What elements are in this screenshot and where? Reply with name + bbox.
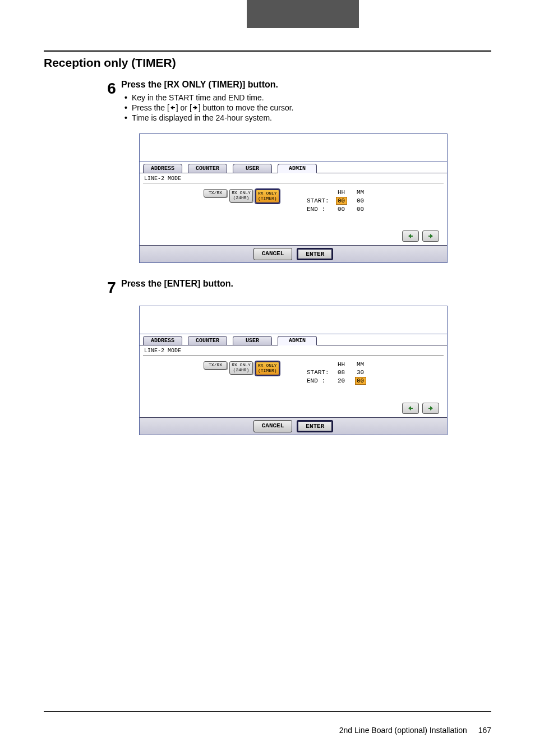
mode-button-0[interactable]: TX/RX bbox=[204, 189, 227, 197]
nav-arrows bbox=[140, 399, 447, 417]
arrow-right-icon bbox=[192, 103, 199, 112]
page-footer: 2nd Line Board (optional) Installation 1… bbox=[339, 726, 491, 735]
settings-panel: ADDRESSCOUNTERUSERADMINLINE-2 MODETX/RXR… bbox=[139, 133, 448, 263]
section-title: Reception only (TIMER) bbox=[44, 56, 491, 70]
page-number: 167 bbox=[478, 726, 491, 735]
cancel-button[interactable]: CANCEL bbox=[253, 248, 293, 260]
tab-counter[interactable]: COUNTER bbox=[188, 336, 227, 345]
rule-bottom bbox=[44, 711, 491, 712]
arrow-right-button[interactable] bbox=[422, 231, 439, 242]
bullet-list: Key in the START time and END time.Press… bbox=[124, 93, 491, 122]
page-content: Reception only (TIMER) 6Press the [RX ON… bbox=[0, 0, 535, 435]
mode-label: LINE-2 MODE bbox=[140, 173, 447, 182]
mode-button-0[interactable]: TX/RX bbox=[204, 361, 227, 370]
enter-button[interactable]: ENTER bbox=[297, 248, 333, 260]
rule-top bbox=[44, 50, 491, 52]
panel-footer: CANCELENTER bbox=[140, 245, 447, 262]
mode-button-1[interactable]: RX ONLY(24HR) bbox=[229, 189, 253, 202]
mode-label: LINE-2 MODE bbox=[140, 345, 447, 354]
arrow-left-icon bbox=[169, 103, 176, 112]
step-heading: Press the [ENTER] button. bbox=[121, 279, 491, 289]
mode-button-2[interactable]: RX ONLY(TIMER) bbox=[255, 361, 280, 376]
step-7: 7Press the [ENTER] button. bbox=[102, 279, 491, 296]
step-heading: Press the [RX ONLY (TIMER)] button. bbox=[121, 80, 491, 90]
nav-arrows bbox=[140, 227, 447, 245]
panel-blank-area bbox=[140, 306, 447, 334]
panel-wrap-7: ADDRESSCOUNTERUSERADMINLINE-2 MODETX/RXR… bbox=[139, 306, 448, 435]
header-tab-dark bbox=[247, 0, 359, 28]
tab-address[interactable]: ADDRESS bbox=[143, 336, 182, 345]
panel-footer: CANCELENTER bbox=[140, 417, 447, 435]
settings-panel: ADDRESSCOUNTERUSERADMINLINE-2 MODETX/RXR… bbox=[139, 306, 448, 435]
bullet-item: Time is displayed in the 24-hour system. bbox=[124, 113, 491, 122]
panel-divider bbox=[143, 183, 444, 183]
step-number: 7 bbox=[102, 279, 121, 296]
tab-address[interactable]: ADDRESS bbox=[143, 164, 182, 173]
step-number: 6 bbox=[102, 80, 121, 123]
mode-buttons: TX/RXRX ONLY(24HR)RX ONLY(TIMER) bbox=[144, 188, 296, 227]
mode-button-1[interactable]: RX ONLY(24HR) bbox=[229, 361, 253, 375]
tab-admin[interactable]: ADMIN bbox=[278, 164, 317, 173]
tab-row: ADDRESSCOUNTERUSERADMIN bbox=[140, 162, 447, 173]
tab-counter[interactable]: COUNTER bbox=[188, 164, 227, 173]
arrow-left-button[interactable] bbox=[402, 403, 419, 414]
bullet-item: Key in the START time and END time. bbox=[124, 93, 491, 102]
time-grid: HHMMSTART:0830END :2000 bbox=[301, 360, 373, 399]
panel-divider bbox=[143, 355, 444, 356]
time-grid: HHMMSTART:0000END :0000 bbox=[301, 188, 373, 227]
tab-user[interactable]: USER bbox=[233, 164, 272, 173]
panel-wrap-6: ADDRESSCOUNTERUSERADMINLINE-2 MODETX/RXR… bbox=[139, 133, 448, 263]
tab-row: ADDRESSCOUNTERUSERADMIN bbox=[140, 334, 447, 345]
mode-button-2[interactable]: RX ONLY(TIMER) bbox=[255, 189, 280, 204]
footer-text: 2nd Line Board (optional) Installation bbox=[339, 726, 467, 735]
bullet-item: Press the [] or [] button to move the cu… bbox=[124, 103, 491, 112]
tab-user[interactable]: USER bbox=[233, 336, 272, 345]
arrow-right-button[interactable] bbox=[422, 403, 439, 414]
enter-button[interactable]: ENTER bbox=[297, 420, 333, 432]
mode-buttons: TX/RXRX ONLY(24HR)RX ONLY(TIMER) bbox=[144, 360, 296, 399]
step-6: 6Press the [RX ONLY (TIMER)] button.Key … bbox=[102, 80, 491, 123]
tab-admin[interactable]: ADMIN bbox=[278, 336, 317, 345]
cancel-button[interactable]: CANCEL bbox=[253, 420, 293, 432]
panel-blank-area bbox=[140, 134, 447, 162]
arrow-left-button[interactable] bbox=[402, 231, 419, 242]
